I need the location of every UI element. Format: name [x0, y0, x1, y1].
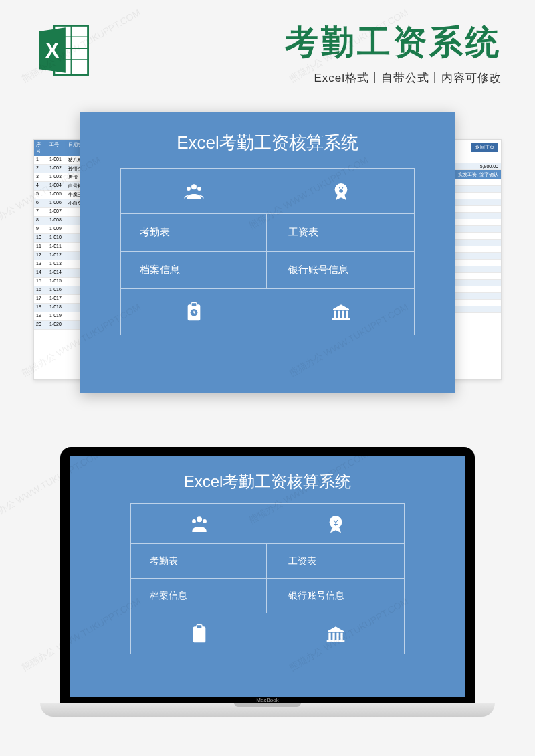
svg-rect-24 — [193, 626, 205, 642]
svg-point-21 — [203, 519, 207, 523]
bank-icon — [268, 613, 405, 654]
badge-icon: ¥ — [268, 169, 415, 214]
svg-rect-17 — [346, 311, 348, 318]
svg-rect-25 — [197, 625, 202, 628]
svg-rect-14 — [334, 311, 336, 318]
template-preview-stack: 序号工号日期/姓名1 11-001猪八戒出21-002孙悟空出31-003唐僧出… — [33, 112, 502, 407]
page-subtitle: Excel格式丨自带公式丨内容可修改 — [107, 70, 502, 86]
laptop-brand: MacBook — [40, 697, 495, 703]
svg-rect-16 — [342, 311, 344, 318]
nav-grid: ¥ 考勤表 工资表 档案信息 银行账号信息 — [120, 169, 415, 335]
svg-text:¥: ¥ — [338, 185, 343, 195]
excel-icon: X — [33, 20, 94, 80]
svg-text:¥: ¥ — [333, 518, 338, 527]
people-icon — [131, 504, 268, 544]
svg-rect-12 — [191, 303, 197, 306]
svg-rect-26 — [329, 633, 331, 640]
nav-attendance[interactable]: 考勤表 — [121, 214, 267, 252]
back-home-button[interactable]: 返回主页 — [471, 143, 498, 152]
nav-attendance[interactable]: 考勤表 — [131, 544, 267, 579]
laptop-mockup: Excel考勤工资核算系统 ¥ 考勤表 工资表 档案信息 银行账号信息 — [40, 447, 495, 717]
svg-rect-28 — [337, 633, 339, 640]
svg-rect-15 — [338, 311, 340, 318]
page-title: 考勤工资系统 — [107, 20, 502, 65]
nav-bank[interactable]: 银行账号信息 — [267, 579, 405, 613]
svg-rect-18 — [332, 318, 350, 320]
card-title-laptop: Excel考勤工资核算系统 — [184, 471, 352, 492]
svg-point-7 — [187, 187, 191, 191]
nav-archive[interactable]: 档案信息 — [121, 252, 267, 289]
nav-salary[interactable]: 工资表 — [267, 544, 405, 579]
badge-icon: ¥ — [268, 504, 405, 544]
nav-salary[interactable]: 工资表 — [267, 214, 415, 252]
clipboard-icon — [121, 289, 268, 335]
svg-point-6 — [191, 184, 197, 189]
nav-archive[interactable]: 档案信息 — [131, 579, 267, 613]
svg-rect-30 — [327, 640, 345, 642]
card-title: Excel考勤工资核算系统 — [177, 131, 358, 155]
page-header: X 考勤工资系统 Excel格式丨自带公式丨内容可修改 — [0, 0, 535, 99]
svg-point-8 — [197, 187, 201, 191]
clipboard-icon — [131, 613, 268, 654]
svg-text:X: X — [45, 39, 60, 62]
main-card: Excel考勤工资核算系统 ¥ 考勤表 工资表 档案信息 银行账号信息 — [80, 112, 455, 393]
svg-rect-29 — [341, 633, 343, 640]
people-icon — [121, 169, 268, 214]
nav-bank[interactable]: 银行账号信息 — [267, 252, 415, 289]
svg-point-20 — [192, 519, 196, 523]
svg-point-19 — [197, 516, 202, 522]
svg-rect-27 — [333, 633, 335, 640]
bank-icon — [268, 289, 415, 335]
